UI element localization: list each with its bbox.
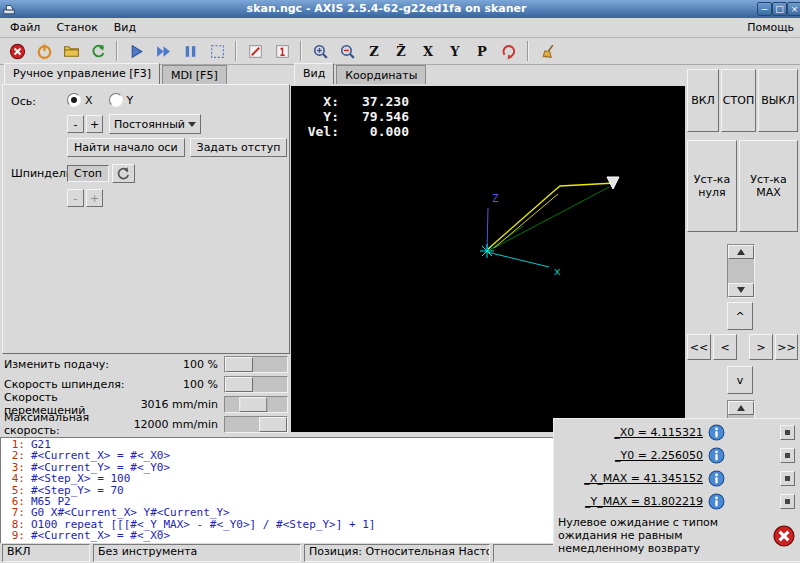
menu-item-1[interactable]: Станок: [48, 19, 105, 36]
spindle-stop-button[interactable]: Стоп: [67, 165, 109, 182]
manual-notebook: Ручное управление [F3]MDI [F5] Ось: XY -…: [2, 62, 290, 354]
slider-handle[interactable]: [259, 417, 287, 432]
preview-area[interactable]: X:37.230Y:79.546Vel:0.000 Z x: [291, 86, 685, 432]
clear-plot-button[interactable]: [534, 39, 560, 63]
tab-manual[interactable]: Ручное управление [F3]: [4, 63, 160, 84]
menubar: ФайлСтанокВидПомощь: [0, 18, 800, 38]
run-button[interactable]: [123, 39, 149, 63]
override-slider[interactable]: [224, 356, 288, 373]
set-zero-button[interactable]: Уст-ка нуля: [687, 140, 737, 232]
axis-radio-1[interactable]: Y: [109, 93, 134, 107]
jog-left-fast-button[interactable]: <<: [687, 334, 711, 360]
estop-icon: [9, 43, 26, 60]
dro-row: X:37.230: [297, 94, 409, 109]
open-file-button[interactable]: [58, 39, 84, 63]
zoom-in-button[interactable]: [307, 39, 333, 63]
zoom-out-button[interactable]: [334, 39, 360, 63]
minimize-button[interactable]: −: [757, 2, 772, 16]
menu-item-0[interactable]: Файл: [2, 19, 48, 36]
menu-help[interactable]: Помощь: [739, 19, 800, 36]
set-offset-button[interactable]: Задать отступ: [190, 138, 288, 157]
jog-mode-value: Постоянный: [114, 118, 185, 131]
power-button[interactable]: [31, 39, 57, 63]
status-section-0: ВКЛ: [2, 544, 90, 562]
info-icon[interactable]: [708, 470, 725, 487]
optional-stop-button[interactable]: [269, 39, 295, 63]
spindle-slower-button[interactable]: -: [67, 189, 84, 207]
view-p-button[interactable]: P: [469, 39, 495, 63]
radio-icon: [67, 93, 81, 107]
scroll-up-icon[interactable]: [728, 245, 754, 259]
dro-value: 37.230: [343, 94, 409, 109]
view-z-rot-button[interactable]: Z̄: [388, 39, 414, 63]
parameters-panel: _X0 = 4.115321_Y0 = 2.256050_X_MAX = 41.…: [553, 418, 800, 546]
run-step-button[interactable]: [150, 39, 176, 63]
override-slider[interactable]: [224, 376, 288, 393]
gcode-listing[interactable]: 1:G212:#<Current_X> = #<_X0>3:#<Current_…: [0, 437, 556, 546]
run-step-icon: [155, 43, 172, 60]
skip-lines-button[interactable]: [242, 39, 268, 63]
rotate-view-button[interactable]: [496, 39, 522, 63]
titlebar[interactable]: skan.ngc - AXIS 2.5.4-62-g22ed1fa on ska…: [0, 0, 800, 18]
jog-mode-select[interactable]: Постоянный: [109, 114, 201, 134]
manual-panel: Ось: XY - + Постоянный Найти начало оси …: [2, 84, 290, 354]
toolbar: ZZ̄XYP: [0, 38, 800, 65]
machine-stop-button[interactable]: СТОП: [721, 69, 756, 132]
toolbar-separator: [235, 41, 237, 61]
jog-up-button[interactable]: ^: [727, 302, 753, 330]
info-icon[interactable]: [708, 447, 725, 464]
close-button[interactable]: ×: [787, 2, 800, 16]
view-z-button[interactable]: Z: [361, 39, 387, 63]
scroll-up-icon[interactable]: [728, 401, 754, 415]
override-slider[interactable]: [224, 396, 288, 413]
info-icon[interactable]: [708, 424, 725, 441]
parameter-mini-button[interactable]: [780, 425, 795, 440]
tab-view[interactable]: Вид: [294, 63, 334, 84]
spindle-turn-button[interactable]: [112, 164, 135, 183]
axis-radio-0[interactable]: X: [67, 93, 93, 107]
estop-button[interactable]: [4, 39, 30, 63]
parameter-row: _X0 = 4.115321: [554, 421, 800, 444]
status-section-1: Без инструмента: [93, 544, 301, 562]
toolbar-separator: [116, 41, 118, 61]
machine-on-button[interactable]: ВКЛ: [687, 69, 719, 132]
block-delete-button[interactable]: [204, 39, 230, 63]
pause-button[interactable]: [177, 39, 203, 63]
jog-right-fast-button[interactable]: >>: [775, 334, 798, 360]
gcode-line: 9:#<Current_X> = #<_X0>: [1, 530, 555, 541]
slider-handle[interactable]: [225, 377, 253, 392]
slider-handle[interactable]: [239, 397, 267, 412]
jog-plus-button[interactable]: +: [86, 115, 103, 133]
override-label: Максимальная скорость:: [4, 411, 134, 437]
view-x-button[interactable]: X: [415, 39, 441, 63]
parameter-mini-button[interactable]: [780, 471, 795, 486]
slider-handle[interactable]: [225, 357, 253, 372]
rotate-view-icon: [501, 43, 518, 60]
machine-off-button[interactable]: ВЫКЛ: [758, 69, 798, 132]
jog-right-button[interactable]: >: [749, 334, 773, 360]
menu-item-2[interactable]: Вид: [106, 19, 144, 36]
parameter-mini-button[interactable]: [780, 494, 795, 509]
jog-down-button[interactable]: v: [727, 366, 753, 394]
override-slider[interactable]: [224, 416, 288, 433]
scroll-trough[interactable]: [728, 259, 754, 283]
info-icon[interactable]: [708, 493, 725, 510]
view-y-button[interactable]: Y: [442, 39, 468, 63]
parameter-mini-button[interactable]: [780, 448, 795, 463]
parameter-row: _X_MAX = 41.345152: [554, 467, 800, 490]
parameter-row: _Y_MAX = 81.802219: [554, 490, 800, 513]
maximize-button[interactable]: □: [772, 2, 787, 16]
spindle-faster-button[interactable]: +: [86, 189, 103, 207]
jog-left-button[interactable]: <: [713, 334, 737, 360]
override-value: 100 %: [183, 378, 218, 391]
tab-coords[interactable]: Координаты: [336, 65, 426, 84]
set-max-button[interactable]: Уст-ка MAX: [739, 140, 798, 232]
jog-minus-button[interactable]: -: [67, 115, 84, 133]
spindle-rotate-icon: [115, 165, 132, 182]
scroll-down-icon[interactable]: [728, 283, 754, 297]
reload-button[interactable]: [85, 39, 111, 63]
close-error-icon[interactable]: [773, 525, 795, 547]
home-axis-button[interactable]: Найти начало оси: [67, 138, 185, 157]
tab-mdi[interactable]: MDI [F5]: [162, 65, 227, 84]
jog-scrollbar-upper[interactable]: [727, 244, 755, 298]
